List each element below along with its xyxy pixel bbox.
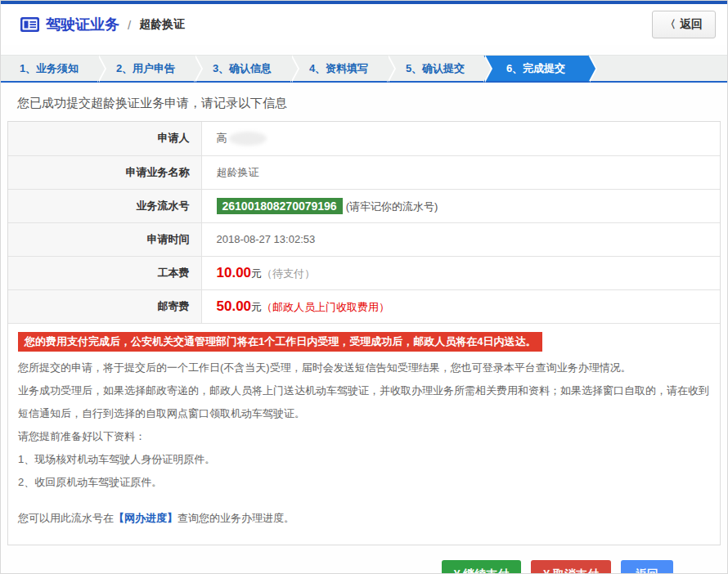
step-tab-4[interactable]: 4、资料填写: [290, 56, 387, 81]
cancel-payment-button[interactable]: ¥ 取消支付: [531, 560, 611, 574]
step-label: 1、业务须知: [20, 61, 79, 76]
fee-unit: 元: [251, 267, 262, 280]
applicant-name: 高: [217, 132, 227, 144]
table-row-serial: 业务流水号 261001808270079196(请牢记你的流水号): [8, 189, 720, 222]
fee-amount: 50.00: [217, 298, 252, 314]
step-tab-1[interactable]: 1、业务须知: [1, 56, 97, 81]
step-tab-5[interactable]: 5、确认提交: [387, 56, 483, 81]
step-tab-2[interactable]: 2、用户申告: [97, 56, 194, 81]
step-label: 4、资料填写: [309, 61, 368, 76]
table-row-production-fee: 工本费 10.00元（待支付）: [8, 256, 720, 289]
notice-paragraph: 业务成功受理后，如果选择邮政寄递的，邮政人员将上门送达机动车驾驶证，并收取办理业…: [18, 379, 710, 425]
breadcrumb-separator: /: [128, 18, 131, 32]
step-tab-6-active[interactable]: 6、完成提交: [483, 56, 588, 81]
step-label: 5、确认提交: [406, 61, 465, 76]
row-value: 50.00元（邮政人员上门收取费用）: [201, 289, 720, 323]
success-message: 您已成功提交超龄换证业务申请，请记录以下信息: [17, 96, 721, 111]
table-row-apply-time: 申请时间 2018-08-27 13:02:53: [8, 222, 720, 256]
notice-section: 您的费用支付完成后，公安机关交通管理部门将在1个工作日内受理，受理成功后，邮政人…: [8, 324, 720, 545]
row-label: 申请人: [8, 122, 201, 155]
fee-note: （邮政人员上门收取费用）: [262, 301, 389, 313]
row-value: 261001808270079196(请牢记你的流水号): [201, 189, 720, 222]
steps-bar-tail: [588, 56, 727, 81]
fee-unit: 元: [251, 301, 262, 313]
progress-hint-suffix: 查询您的业务办理进度。: [178, 512, 294, 524]
notice-paragraph: 您所提交的申请，将于提交后的一个工作日(不含当天)受理，届时会发送短信告知受理结…: [18, 357, 710, 379]
row-label: 申请业务名称: [8, 155, 201, 189]
action-buttons: ¥ 继续支付 ¥ 取消支付 返回: [7, 560, 721, 574]
payment-warning-banner: 您的费用支付完成后，公安机关交通管理部门将在1个工作日内受理，受理成功后，邮政人…: [18, 332, 542, 352]
back-button-label: 返回: [680, 17, 703, 32]
table-row-applicant: 申请人 高: [8, 122, 720, 155]
step-tab-3[interactable]: 3、确认信息: [194, 56, 290, 81]
row-value: 超龄换证: [201, 155, 720, 189]
return-button[interactable]: 返回: [621, 560, 673, 574]
notice-list-item: 1、现场核对机动车驾驶人身份证明原件。: [18, 448, 710, 471]
page-title: 驾驶证业务: [46, 15, 119, 34]
chevron-left-icon: 〈: [665, 17, 676, 32]
main-content: 您已成功提交超龄换证业务申请，请记录以下信息 申请人 高 申请业务名称 超龄换证…: [1, 96, 727, 574]
serial-number-badge: 261001808270079196: [217, 198, 343, 214]
step-label: 6、完成提交: [506, 61, 565, 76]
step-label: 2、用户申告: [116, 61, 175, 76]
row-value: 高: [201, 122, 720, 155]
notice-list-item: 2、收回原机动车驾驶证原件。: [18, 471, 710, 494]
serial-note: (请牢记你的流水号): [346, 200, 438, 213]
row-label: 申请时间: [8, 222, 201, 256]
details-panel: 申请人 高 申请业务名称 超龄换证 业务流水号 2610018082700791…: [7, 121, 721, 545]
progress-hint-prefix: 您可以用此流水号在: [18, 512, 114, 524]
row-label: 邮寄费: [8, 289, 201, 323]
table-row-business-name: 申请业务名称 超龄换证: [8, 155, 720, 189]
breadcrumb-current: 超龄换证: [139, 17, 185, 32]
row-value: 2018-08-27 13:02:53: [201, 222, 720, 256]
redaction-blur: [229, 132, 267, 146]
back-button[interactable]: 〈 返回: [652, 11, 716, 38]
fee-amount: 10.00: [217, 265, 252, 280]
breadcrumb: 驾驶证业务 / 超龄换证: [20, 15, 185, 34]
row-value: 10.00元（待支付）: [201, 256, 720, 289]
fee-note: （待支付）: [262, 267, 315, 280]
table-row-postage-fee: 邮寄费 50.00元（邮政人员上门收取费用）: [8, 289, 720, 323]
notice-paragraph: 请您提前准备好以下资料：: [18, 425, 710, 448]
header: 驾驶证业务 / 超龄换证 〈 返回: [1, 4, 727, 45]
row-label: 业务流水号: [8, 189, 201, 222]
page: 驾驶证业务 / 超龄换证 〈 返回 1、业务须知 2、用户申告 3、确认信息 4…: [0, 0, 728, 574]
continue-payment-button[interactable]: ¥ 继续支付: [442, 560, 522, 574]
license-card-icon: [20, 17, 39, 32]
row-label: 工本费: [8, 256, 201, 289]
progress-hint: 您可以用此流水号在【网办进度】查询您的业务办理进度。: [18, 507, 710, 530]
step-label: 3、确认信息: [213, 61, 272, 76]
progress-link[interactable]: 【网办进度】: [114, 512, 178, 524]
wizard-steps: 1、业务须知 2、用户申告 3、确认信息 4、资料填写 5、确认提交 6、完成提…: [1, 55, 727, 83]
details-table: 申请人 高 申请业务名称 超龄换证 业务流水号 2610018082700791…: [8, 122, 720, 324]
